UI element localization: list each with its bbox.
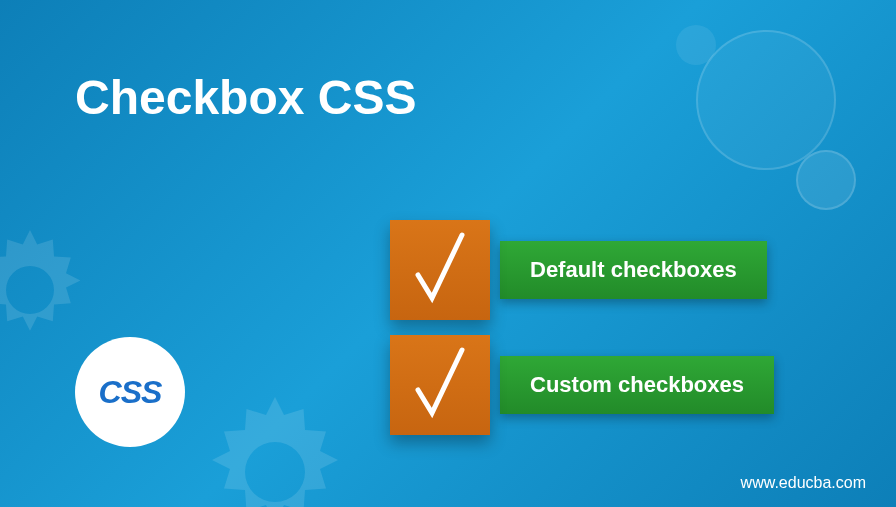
- checkbox-label: Default checkboxes: [500, 241, 767, 299]
- gear-icon: [0, 230, 90, 350]
- checkbox-box-icon: [390, 220, 490, 320]
- checkbox-box-icon: [390, 335, 490, 435]
- gear-icon: [200, 397, 350, 507]
- checkmark-icon: [410, 345, 470, 420]
- checkbox-item-default: Default checkboxes: [390, 220, 767, 320]
- checkmark-icon: [410, 230, 470, 305]
- checkbox-label: Custom checkboxes: [500, 356, 774, 414]
- website-url: www.educba.com: [741, 474, 866, 492]
- decorative-circle: [796, 150, 856, 210]
- decorative-circle: [696, 30, 836, 170]
- css-logo-badge: CSS: [75, 337, 185, 447]
- css-logo-text: CSS: [99, 374, 162, 411]
- decorative-circle: [676, 25, 716, 65]
- checkbox-item-custom: Custom checkboxes: [390, 335, 774, 435]
- page-title: Checkbox CSS: [75, 70, 416, 125]
